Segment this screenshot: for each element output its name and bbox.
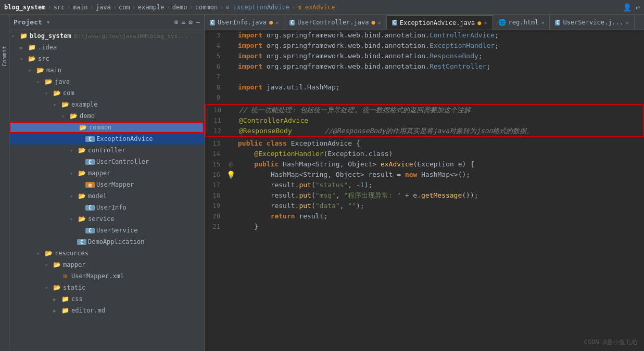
tab-userservice[interactable]: C UserService.j... ✕ (550, 15, 635, 30)
folder-open-icon: 📁 (19, 32, 28, 40)
tree-label-usercontroller: UserController (96, 158, 149, 165)
gutter-7 (225, 72, 236, 82)
tab-reg[interactable]: 🌐 reg.html ✕ (493, 15, 550, 30)
close-sidebar-icon[interactable]: — (196, 18, 200, 26)
tree-item-userservice[interactable]: ▶ C UserService (9, 225, 204, 236)
tree-item-resources[interactable]: ▾ 📂 resources (9, 248, 204, 259)
tab-close-us[interactable]: ✕ (626, 20, 629, 25)
tree-label-userservice: UserService (96, 227, 137, 234)
tree-label-controller: controller (88, 147, 125, 154)
gutter-8 (225, 82, 236, 93)
tree-item-css[interactable]: ▶ 📁 css (9, 293, 204, 305)
tab-label-reg: reg.html (509, 19, 539, 26)
tab-userinfo[interactable]: C UserInfo.java ● ✕ (205, 15, 284, 30)
bc-com[interactable]: com (119, 4, 130, 11)
tree-item-usermapper-xml[interactable]: ▶ 🗎 UserMapper.xml (9, 270, 204, 282)
tree-label-main: main (46, 67, 61, 74)
tree-label-css: css (71, 295, 83, 303)
tab-close-uc[interactable]: ✕ (378, 20, 381, 25)
watermark: CSDN @是小鱼儿哈 (584, 338, 638, 347)
line-content-14: @ExceptionHandler(Exception.class) (236, 149, 644, 159)
dropdown-arrow[interactable]: ▾ (46, 18, 50, 26)
code-line-16: 16 💡 HashMap<String, Object> result = ne… (205, 170, 644, 180)
folder-open-icon-model: 📂 (77, 192, 86, 200)
code-editor[interactable]: 3 import org.springframework.web.bind.an… (205, 30, 644, 351)
tree-item-com[interactable]: ▾ 📂 com (9, 87, 204, 99)
tab-close-reg[interactable]: ✕ (541, 20, 544, 25)
line-num-3: 3 (205, 30, 225, 41)
tree-item-blog-system[interactable]: ▾ 📁 blog_system D:\java-gitee\java104\bl… (9, 30, 204, 42)
sidebar-toolbar: ⊕ ≡ ⚙ — (174, 18, 200, 26)
tree-path-blog-system: D:\java-gitee\java104\blog_sys... (74, 33, 188, 40)
tree-label-service: service (88, 215, 115, 223)
line-content-8: import java.util.HashMap; (236, 82, 644, 93)
tree-label-src: src (38, 55, 49, 62)
tree-label-model: model (88, 192, 107, 200)
settings-icon[interactable]: ⚙ (188, 18, 193, 26)
tree-label-idea: .idea (38, 44, 57, 51)
tree-item-model[interactable]: ▾ 📂 model (9, 190, 204, 202)
folder-open-icon-com: 📂 (52, 89, 61, 97)
bc-common[interactable]: common (195, 4, 218, 11)
locate-icon[interactable]: ⊕ (174, 18, 179, 26)
arrow-mapper2: ▾ (45, 262, 52, 268)
tab-close-userinfo[interactable]: ✕ (275, 20, 279, 25)
bc-java[interactable]: java (96, 4, 111, 11)
line-num-17: 17 (205, 180, 225, 190)
tab-usercontroller[interactable]: C UserController.java ● ✕ (284, 15, 387, 30)
tree-item-java[interactable]: ▾ 📂 java (9, 76, 204, 87)
bc-main[interactable]: main (73, 4, 88, 11)
tree-item-mapper2[interactable]: ▾ 📂 mapper (9, 259, 204, 270)
line-content-6: import org.springframework.web.bind.anno… (236, 61, 644, 72)
code-line-18: 18 result.put("msg", "程序出现异常: " + e.getM… (205, 190, 644, 201)
arrow-mapper: ▾ (70, 171, 77, 176)
code-line-8: 8 import java.util.HashMap; (205, 82, 644, 93)
tree-item-demo[interactable]: ▾ 📂 demo (9, 110, 204, 122)
bc-exadvice[interactable]: m exAdvice (297, 4, 335, 11)
tree-item-mapper[interactable]: ▾ 📂 mapper (9, 167, 204, 179)
line-num-14: 14 (205, 149, 225, 159)
tree-item-usercontroller[interactable]: ▶ C UserController (9, 156, 204, 167)
tree-item-usermapper[interactable]: ▶ m UserMapper (9, 179, 204, 190)
folder-open-icon-common: 📂 (78, 124, 87, 131)
breadcrumb-root[interactable]: blog_system (4, 4, 45, 11)
line-content-10: // 统一功能处理: 包括统一异常处理, 统一数据格式的返回需要加这个注解 (237, 105, 643, 115)
bc-demo[interactable]: demo (172, 4, 187, 11)
line-content-16: HashMap<String, Object> result = new Has… (236, 170, 644, 180)
tree-label-usermapper: UserMapper (96, 181, 134, 188)
gutter-10 (226, 105, 237, 115)
tree-item-static[interactable]: ▾ 📂 static (9, 282, 204, 293)
tree-item-editor-md[interactable]: ▶ 📁 editor.md (9, 305, 204, 316)
bulb-icon[interactable]: 💡 (226, 170, 235, 180)
user-icon[interactable]: 👤 (623, 3, 632, 11)
tree-item-main[interactable]: ▾ 📂 main (9, 64, 204, 76)
tab-icon-us: C (555, 20, 560, 25)
bc-example[interactable]: example (138, 4, 165, 11)
arrow-editormd: ▶ (53, 308, 60, 314)
tree-item-example[interactable]: ▾ 📂 example (9, 99, 204, 110)
folder-open-icon-mapper: 📂 (77, 170, 86, 177)
tab-close-ea[interactable]: ✕ (484, 20, 487, 25)
line-num-11: 11 (206, 115, 226, 126)
tree-item-userinfo[interactable]: ▶ C UserInfo (9, 202, 204, 213)
code-line-5: 5 import org.springframework.web.bind.an… (205, 51, 644, 61)
arrow-css: ▶ (53, 296, 60, 302)
tree-item-service[interactable]: ▾ 📂 service (9, 213, 204, 225)
back-icon[interactable]: ↩ (636, 3, 640, 11)
code-line-7: 7 (205, 72, 644, 82)
tree-item-controller[interactable]: ▾ 📂 controller (9, 145, 204, 156)
tree-item-common[interactable]: ▾ 📂 common (9, 122, 204, 133)
tree-label-example: example (71, 101, 98, 108)
bc-src[interactable]: src (54, 4, 65, 11)
bc-exceptionadvice[interactable]: ⊙ ExceptionAdvice (225, 4, 289, 11)
tree-item-src[interactable]: ▾ 📂 src (9, 53, 204, 64)
xml-icon: 🗎 (60, 273, 70, 280)
tree-item-exceptionadvice[interactable]: ▶ C ExceptionAdvice (9, 133, 204, 145)
gutter-4 (225, 41, 236, 51)
tab-exceptionadvice[interactable]: C ExceptionAdvice.java ● ✕ (387, 15, 493, 30)
collapse-icon[interactable]: ≡ (182, 18, 186, 26)
tree-item-demoapplication[interactable]: ▶ C DemoApplication (9, 236, 204, 248)
line-content-20: return result; (236, 211, 644, 222)
tree-item-idea[interactable]: ▶ 📁 .idea (9, 42, 204, 53)
code-line-10: 10 // 统一功能处理: 包括统一异常处理, 统一数据格式的返回需要加这个注解 (206, 105, 643, 115)
